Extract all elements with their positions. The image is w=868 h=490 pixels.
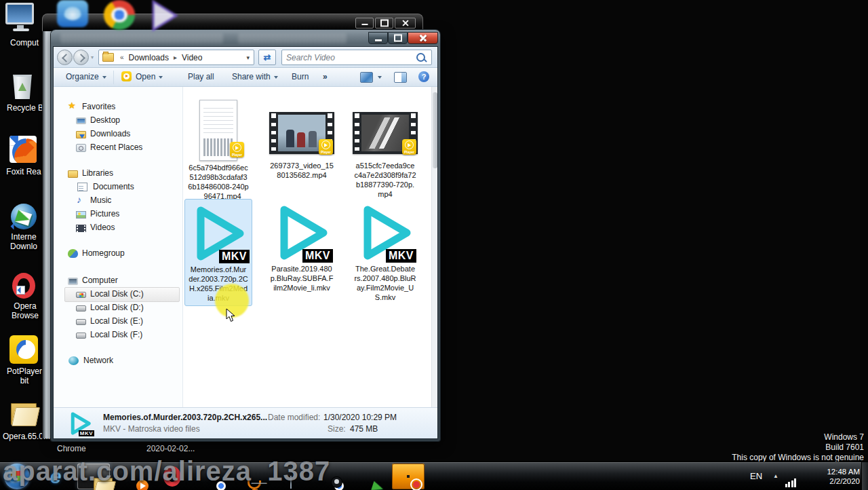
sidebar-item-disk-d[interactable]: Local Disk (D:) xyxy=(76,301,198,314)
sidebar-item-desktop[interactable]: Desktop xyxy=(76,113,198,127)
computer-icon xyxy=(68,278,78,285)
desktop: Comput Recycle B Foxit Rea Interne Downl… xyxy=(0,0,868,490)
breadcrumb-downloads[interactable]: Downloads xyxy=(127,53,170,62)
search-input[interactable] xyxy=(282,53,416,62)
selected-file-name: Memories.of.Murder.2003.720p.2CH.x265... xyxy=(103,413,267,422)
tray-date: 2/2/2020 xyxy=(818,476,860,486)
file-tile-mp4-2[interactable]: Player 2697373_video_15 80135682.mp4 xyxy=(268,100,336,197)
pictures-icon xyxy=(76,211,86,219)
downloads-icon xyxy=(76,131,86,138)
burn-button[interactable]: Burn xyxy=(292,72,309,81)
taskbar-ocam-recorder[interactable] xyxy=(392,464,425,489)
sidebar-item-videos[interactable]: Videos xyxy=(76,221,198,234)
scrollbar-thumb[interactable] xyxy=(433,92,437,168)
maximize-button[interactable] xyxy=(388,32,408,44)
recent-places-icon xyxy=(76,144,86,152)
desktop-icon-label-date: 2020-02-02... xyxy=(146,444,195,453)
sidebar-item-disk-c[interactable]: Local Disk (C:) xyxy=(76,287,198,301)
star-icon xyxy=(68,102,78,112)
sidebar-item-downloads[interactable]: Downloads xyxy=(76,127,198,140)
network-signal-icon[interactable] xyxy=(785,462,796,490)
dropdown-arrow-icon xyxy=(102,76,106,79)
file-tile-mkv-parasite[interactable]: MKV Parasite.2019.480 p.BluRay.SUBFA.F i… xyxy=(268,199,336,306)
mkv-file-icon: MKV xyxy=(353,202,418,264)
background-window-titlebar[interactable] xyxy=(42,14,423,31)
documents-icon xyxy=(77,183,87,191)
vertical-scrollbar[interactable] xyxy=(431,87,437,407)
refresh-button[interactable]: ⇄ xyxy=(258,50,276,65)
show-desktop-button[interactable] xyxy=(861,462,868,490)
search-box[interactable] xyxy=(281,50,432,65)
language-indicator[interactable]: EN xyxy=(750,462,762,490)
views-dropdown-icon[interactable] xyxy=(378,76,382,79)
libraries-icon xyxy=(68,170,78,178)
clock[interactable]: 12:48 AM 2/2/2020 xyxy=(818,462,860,490)
desktop-icon-label: Opera xyxy=(5,301,45,311)
file-tile-mp4-3[interactable]: Player a515cfc7eeda9ce c4a7e2d308f9fa72 … xyxy=(351,100,419,197)
sidebar-item-disk-e[interactable]: Local Disk (E:) xyxy=(76,314,198,328)
maximize-button[interactable] xyxy=(375,18,393,29)
address-dropdown-icon[interactable]: ▾ xyxy=(246,54,250,61)
breadcrumb-overflow-icon[interactable]: « xyxy=(120,54,124,61)
idm-icon xyxy=(11,204,37,229)
preview-pane-icon[interactable] xyxy=(394,72,407,83)
foxit-reader-icon xyxy=(9,136,37,163)
desktop-icon-label: Foxit Rea xyxy=(1,167,46,176)
close-button[interactable] xyxy=(395,18,416,29)
sidebar-item-recent-places[interactable]: Recent Places xyxy=(76,140,198,154)
player-badge-icon: Player xyxy=(402,139,416,155)
sidebar-item-computer[interactable]: Computer xyxy=(68,274,190,287)
player-badge-icon: Player xyxy=(230,142,244,157)
desktop-icon-label: Interne xyxy=(3,232,45,242)
windows-genuine-notice: Windows 7 Build 7601 This copy of Window… xyxy=(732,432,864,463)
mkv-file-icon: MKV xyxy=(186,202,251,265)
sidebar-item-network[interactable]: Network xyxy=(68,354,190,367)
selected-file-type: MKV - Matroska video files xyxy=(103,424,200,434)
share-with-button[interactable]: Share with xyxy=(232,72,278,81)
desktop-icon-label: PotPlayer xyxy=(3,366,46,376)
sidebar-item-favorites[interactable]: Favorites xyxy=(68,100,190,113)
sidebar-item-disk-f[interactable]: Local Disk (F:) xyxy=(76,328,198,341)
minimize-button[interactable] xyxy=(368,32,388,44)
desktop-icon-label: bit xyxy=(3,376,46,385)
open-button[interactable]: Open xyxy=(136,72,163,81)
profile-badge-icon xyxy=(332,477,342,487)
mouse-cursor xyxy=(226,308,236,322)
breadcrumb-video[interactable]: Video xyxy=(180,53,203,62)
sidebar-item-music[interactable]: Music xyxy=(76,193,198,207)
blurred-chrome-icon xyxy=(104,0,135,30)
forward-button[interactable] xyxy=(73,50,89,65)
sidebar-item-documents[interactable]: Documents xyxy=(76,180,198,193)
drive-icon xyxy=(76,333,86,339)
back-button[interactable] xyxy=(57,50,73,65)
sidebar-item-pictures[interactable]: Pictures xyxy=(76,207,198,221)
search-icon[interactable] xyxy=(416,53,425,62)
organize-button[interactable]: Organize xyxy=(66,72,106,81)
music-icon xyxy=(76,195,86,206)
play-all-button[interactable]: Play all xyxy=(188,72,214,81)
date-modified-value: 1/30/2020 10:29 PM xyxy=(323,413,397,422)
history-dropdown-icon[interactable]: ▾ xyxy=(91,54,94,60)
desktop-icon xyxy=(76,117,86,124)
drive-icon xyxy=(76,305,86,312)
dropdown-arrow-icon xyxy=(159,76,163,79)
file-tile-mkv-debaters[interactable]: MKV The.Great.Debate rs.2007.480p.BluR a… xyxy=(351,199,419,306)
minimize-button[interactable] xyxy=(355,18,374,29)
mkv-badge: MKV xyxy=(219,250,250,263)
taskbar-idm[interactable] xyxy=(353,464,385,489)
close-button[interactable] xyxy=(408,32,438,44)
sidebar-item-libraries[interactable]: Libraries xyxy=(68,166,190,180)
breadcrumb[interactable]: « Downloads ▸ Video ▾ xyxy=(98,50,254,65)
explorer-window: ▾ « Downloads ▸ Video ▾ ⇄ Organize xyxy=(51,30,440,441)
tray-expand-icon[interactable]: ▲ xyxy=(773,462,778,490)
sidebar-item-homegroup[interactable]: Homegroup xyxy=(68,246,190,260)
mkv-badge: MKV xyxy=(386,249,416,263)
file-tile-mp4-1[interactable]: Player 6c5a794bdf966ec 512d98b3cdafaf3 6… xyxy=(184,100,252,197)
file-tile-mkv-selected[interactable]: MKV Memories.of.Mur der.2003.720p.2C H.x… xyxy=(184,199,252,306)
desktop-icon-label: Downlo xyxy=(3,242,45,251)
help-icon[interactable]: ? xyxy=(418,71,429,82)
views-button-icon[interactable] xyxy=(360,72,373,83)
more-commands-button[interactable]: » xyxy=(323,72,328,81)
mkv-badge: MKV xyxy=(302,249,333,263)
desktop-icon-label: Browse xyxy=(5,311,45,320)
